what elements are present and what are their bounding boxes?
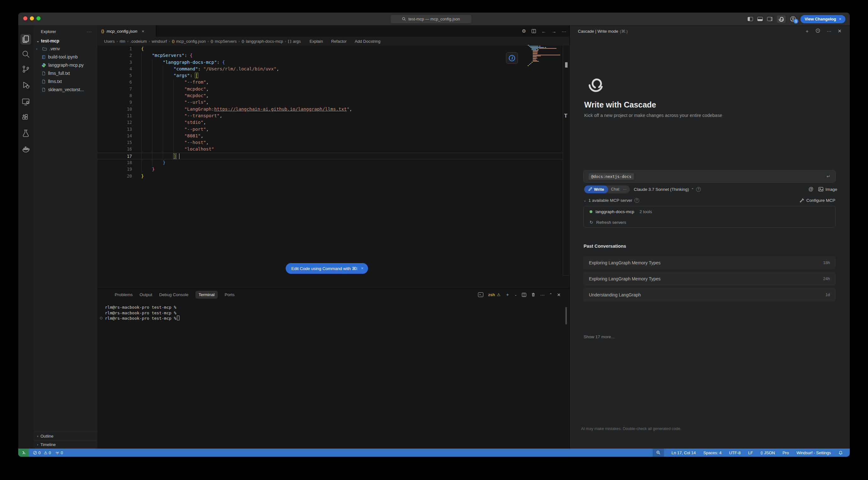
account-icon[interactable]: 1 xyxy=(790,16,796,22)
new-conversation-icon[interactable]: ＋ xyxy=(805,28,809,34)
tree-item--venv[interactable]: ›.venv xyxy=(33,44,97,53)
activity-search-icon[interactable] xyxy=(21,49,31,59)
show-more-link[interactable]: Show 17 more... xyxy=(584,334,614,339)
code-line-14[interactable]: 14 "8081", xyxy=(97,133,563,139)
activity-docker-icon[interactable] xyxy=(21,144,31,154)
activity-extensions-icon[interactable] xyxy=(21,112,31,123)
mention-icon[interactable]: @ xyxy=(808,186,813,192)
status-spaces-4[interactable]: Spaces: 4 xyxy=(703,450,721,455)
code-line-13[interactable]: 13 "--port", xyxy=(97,126,563,133)
mcp-help-icon[interactable]: ? xyxy=(634,198,639,203)
gear-icon[interactable]: ⚙ xyxy=(522,28,526,34)
tab-mcp-config-json[interactable]: {} mcp_config.json × xyxy=(97,26,156,37)
kill-terminal-icon[interactable] xyxy=(531,292,535,297)
code-line-7[interactable]: 7 "mcpdoc", xyxy=(97,86,563,92)
toggle-panel-icon[interactable] xyxy=(757,17,763,21)
remote-indicator[interactable] xyxy=(18,449,29,457)
editor-scrollbar[interactable]: T xyxy=(563,45,569,276)
breadcrumb-item[interactable]: .codeium xyxy=(130,39,147,44)
zoom-indicator[interactable] xyxy=(653,449,664,457)
code-line-17[interactable]: 17 ] xyxy=(97,153,563,159)
cascade-more-icon[interactable]: ··· xyxy=(827,28,831,34)
code-line-12[interactable]: 12 "stdio", xyxy=(97,119,563,126)
terminal-session-zsh[interactable]: zsh ⚠ xyxy=(488,292,500,297)
activity-run-debug-icon[interactable] xyxy=(21,80,31,90)
activity-files-icon[interactable] xyxy=(21,34,31,44)
code-line-16[interactable]: 16 "localhost" xyxy=(97,146,563,152)
toggle-secondary-sidebar-icon[interactable] xyxy=(767,17,772,21)
configure-mcp-button[interactable]: Configure MCP xyxy=(800,198,835,203)
history-icon[interactable] xyxy=(815,28,820,34)
breadcrumb-item[interactable]: {}mcpServers xyxy=(211,39,237,44)
new-terminal-icon[interactable]: ＋ xyxy=(505,292,510,298)
code-line-20[interactable]: 20} xyxy=(97,173,563,179)
info-button[interactable]: i xyxy=(506,52,518,64)
code-line-10[interactable]: 10 "LangGraph:https://langchain-ai.githu… xyxy=(97,106,563,113)
status-pro[interactable]: Pro xyxy=(782,450,789,455)
status-utf-8[interactable]: UTF-8 xyxy=(729,450,741,455)
breadcrumb-item[interactable]: {}mcp_config.json xyxy=(172,39,206,44)
bell-icon[interactable] xyxy=(838,450,843,455)
cascade-toggle-icon[interactable] xyxy=(777,16,786,23)
split-terminal-icon[interactable] xyxy=(522,293,526,297)
code-line-11[interactable]: 11 "--transport", xyxy=(97,113,563,119)
close-panel-icon[interactable]: ✕ xyxy=(557,292,561,297)
code-line-15[interactable]: 15 "--host", xyxy=(97,139,563,146)
panel-tab-debug-console[interactable]: Debug Console xyxy=(159,292,189,297)
code-line-3[interactable]: 3 "langgraph-docs-mcp": { xyxy=(97,59,563,66)
scrollbar-thumb[interactable] xyxy=(565,62,567,67)
editor-more-icon[interactable]: ··· xyxy=(562,29,566,34)
model-selector[interactable]: Claude 3.7 Sonnet (Thinking) ⌃ ? xyxy=(634,187,701,192)
go-forward-icon[interactable]: → xyxy=(552,29,556,34)
go-back-icon[interactable]: ← xyxy=(541,29,546,34)
docs-mention-chip[interactable]: @docs:nextjs-docs xyxy=(589,173,634,180)
minimize-window-button[interactable] xyxy=(30,16,34,21)
sidebar-section-timeline[interactable]: ›Timeline xyxy=(33,440,97,449)
panel-tab-ports[interactable]: Ports xyxy=(225,292,235,297)
panel-tab-problems[interactable]: Problems xyxy=(115,292,133,297)
split-editor-icon[interactable] xyxy=(531,29,536,33)
toast-close-icon[interactable]: × xyxy=(361,266,363,271)
status-windsurf-settings[interactable]: Windsurf - Settings xyxy=(796,450,831,455)
status-lf[interactable]: LF xyxy=(748,450,753,455)
breadcrumb-item[interactable]: Users xyxy=(104,39,115,44)
mode-more-icon[interactable]: ··· xyxy=(622,187,630,191)
activity-remote-explorer-icon[interactable] xyxy=(21,96,31,107)
mcp-server-row[interactable]: langgraph-docs-mcp 2 tools xyxy=(584,206,835,217)
tree-item-sklearn-vectorst-[interactable]: sklearn_vectorst... xyxy=(33,86,97,94)
problems-indicator[interactable]: 0 ⚠ 0 xyxy=(33,450,51,455)
close-window-button[interactable] xyxy=(23,16,27,21)
breadcrumb-item[interactable]: {}langgraph-docs-mcp xyxy=(242,39,283,44)
explorer-more-icon[interactable]: ··· xyxy=(87,29,92,34)
breadcrumb-item[interactable]: rlm xyxy=(120,39,125,44)
help-icon[interactable]: ? xyxy=(696,187,701,192)
refresh-servers-button[interactable]: ↻ Refresh servers xyxy=(584,217,835,228)
toggle-primary-sidebar-icon[interactable] xyxy=(748,17,753,21)
tree-root-test-mcp[interactable]: ⌄ test-mcp xyxy=(33,37,97,44)
conversation-item[interactable]: Understanding LangGraph1d xyxy=(583,288,836,301)
view-changelog-button[interactable]: View Changelog × xyxy=(800,15,845,23)
panel-tab-output[interactable]: Output xyxy=(140,292,152,297)
maximize-panel-icon[interactable]: ⌃ xyxy=(549,293,552,297)
code-editor[interactable]: 1{2 "mcpServers": {3 "langgraph-docs-mcp… xyxy=(97,46,563,276)
minimap[interactable] xyxy=(528,45,562,70)
write-mode-button[interactable]: Write xyxy=(584,185,608,193)
command-center-search[interactable]: test-mcp — mcp_config.json xyxy=(391,15,471,23)
sidebar-section-outline[interactable]: ›Outline xyxy=(33,431,97,440)
breadcrumb-item[interactable]: windsurf xyxy=(152,39,167,44)
changelog-close-icon[interactable]: × xyxy=(839,17,841,21)
attach-image-button[interactable]: Image xyxy=(818,187,837,192)
submit-return-icon[interactable]: ↵ xyxy=(827,174,830,179)
code-line-2[interactable]: 2 "mcpServers": { xyxy=(97,52,563,59)
edit-code-toast[interactable]: Edit Code using Command with ⌘I × xyxy=(286,263,368,274)
code-line-1[interactable]: 1{ xyxy=(97,46,563,52)
code-line-9[interactable]: 9 "--urls", xyxy=(97,99,563,106)
chat-mode-button[interactable]: Chat xyxy=(608,187,622,191)
conversation-item[interactable]: Exploring LangGraph Memory Types24h xyxy=(583,272,836,286)
tree-item-llms-txt[interactable]: llms.txt xyxy=(33,77,97,86)
tree-item-langgraph-mcp-py[interactable]: langgraph-mcp.py xyxy=(33,61,97,69)
code-line-8[interactable]: 8 "mcpdoc", xyxy=(97,92,563,99)
close-cascade-icon[interactable]: ✕ xyxy=(838,28,842,34)
chevron-down-icon[interactable]: ⌄ xyxy=(584,199,586,202)
tree-item-llms-full-txt[interactable]: llms_full.txt xyxy=(33,69,97,77)
